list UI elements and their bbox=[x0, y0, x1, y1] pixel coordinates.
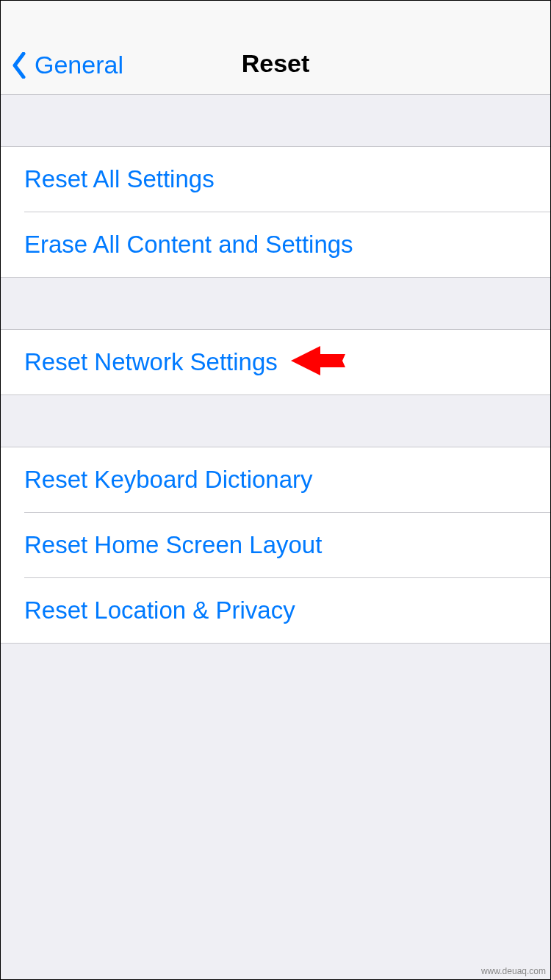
reset-home-screen-layout-button[interactable]: Reset Home Screen Layout bbox=[1, 513, 550, 577]
watermark: www.deuaq.com bbox=[481, 966, 546, 976]
reset-group-2: Reset Network Settings bbox=[1, 329, 550, 395]
row-label: Erase All Content and Settings bbox=[24, 231, 353, 259]
reset-keyboard-dictionary-button[interactable]: Reset Keyboard Dictionary bbox=[1, 447, 550, 512]
section-spacer bbox=[1, 278, 550, 329]
erase-all-content-button[interactable]: Erase All Content and Settings bbox=[1, 212, 550, 277]
back-button[interactable]: General bbox=[11, 51, 123, 79]
reset-location-privacy-button[interactable]: Reset Location & Privacy bbox=[1, 578, 550, 643]
reset-network-settings-button[interactable]: Reset Network Settings bbox=[1, 330, 550, 394]
reset-group-1: Reset All Settings Erase All Content and… bbox=[1, 146, 550, 278]
row-label: Reset Home Screen Layout bbox=[24, 531, 322, 559]
back-label: General bbox=[35, 51, 123, 79]
navbar: General Reset bbox=[1, 1, 550, 95]
section-spacer bbox=[1, 395, 550, 447]
section-spacer bbox=[1, 95, 550, 146]
reset-settings-screen: General Reset Reset All Settings Erase A… bbox=[0, 0, 551, 980]
chevron-left-icon bbox=[11, 51, 27, 79]
row-label: Reset Keyboard Dictionary bbox=[24, 466, 313, 494]
row-label: Reset Location & Privacy bbox=[24, 597, 295, 624]
row-label: Reset Network Settings bbox=[24, 348, 278, 376]
reset-all-settings-button[interactable]: Reset All Settings bbox=[1, 147, 550, 212]
reset-group-3: Reset Keyboard Dictionary Reset Home Scr… bbox=[1, 447, 550, 644]
row-label: Reset All Settings bbox=[24, 165, 215, 193]
